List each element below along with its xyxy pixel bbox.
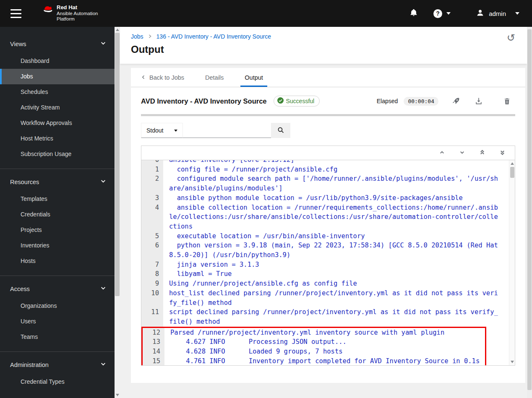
brand-logo[interactable]: Red Hat Ansible Automation Platform: [42, 5, 98, 22]
line-number: 8: [141, 269, 163, 279]
log-row: 6 python version = 3.9.18 (main, Sep 22 …: [141, 241, 515, 260]
sidebar-scrollbar[interactable]: [115, 27, 120, 398]
scrollbar-down-arrow-icon[interactable]: [116, 394, 119, 396]
log-row: 1 config file = /runner/project/ansible.…: [141, 165, 515, 174]
scrollbar-thumb[interactable]: [510, 167, 514, 178]
top-navbar: Red Hat Ansible Automation Platform ? ad…: [0, 0, 532, 27]
relaunch-button[interactable]: [448, 94, 464, 108]
job-output-card: Back to Jobs Details Output AVD Inventor…: [131, 68, 525, 383]
log-row: 15 4.761 INFO Inventory import completed…: [143, 356, 485, 365]
sidebar-item-users[interactable]: Users: [0, 314, 115, 329]
user-icon: [476, 8, 485, 18]
content-area: Back to Jobs Details Output AVD Inventor…: [120, 64, 527, 398]
user-menu-button[interactable]: admin: [470, 5, 525, 22]
sidebar-section: Views DashboardJobsSchedulesActivity Str…: [0, 31, 115, 169]
scrollbar-thumb[interactable]: [527, 29, 532, 390]
redhat-hat-icon: [42, 5, 54, 16]
sidebar-item-credential-types[interactable]: Credential Types: [0, 374, 115, 390]
line-text: 4.628 INFO Loaded 9 groups, 7 hosts: [164, 347, 343, 356]
line-text: ansible collection location = /runner/re…: [163, 203, 500, 232]
sidebar-section-header[interactable]: Resources: [0, 173, 115, 191]
history-icon[interactable]: ↺: [507, 33, 515, 43]
line-number: 11: [141, 307, 163, 326]
elapsed-time-badge: 00:00:04: [404, 97, 438, 106]
line-text: ansible python module location = /usr/li…: [163, 193, 500, 203]
sidebar-item-workflow-approvals[interactable]: Workflow Approvals: [0, 115, 115, 131]
sidebar-item-schedules[interactable]: Schedules: [0, 84, 115, 100]
sidebar-item-inventories[interactable]: Inventories: [0, 238, 115, 253]
sidebar-item-host-metrics[interactable]: Host Metrics: [0, 131, 115, 146]
scroll-to-top-button[interactable]: [472, 146, 492, 160]
search-input[interactable]: [183, 123, 271, 138]
log-row: 14 4.628 INFO Loaded 9 groups, 7 hosts: [143, 347, 485, 356]
sidebar-section-items: TemplatesCredentialsProjectsInventoriesH…: [0, 191, 115, 269]
line-text: 4.627 INFO Processing JSON output...: [164, 337, 347, 347]
angle-right-icon: [148, 33, 152, 40]
chevron-down-icon: [100, 285, 106, 292]
line-number: 3: [141, 193, 163, 203]
download-output-button[interactable]: [470, 94, 487, 108]
sidebar-item-templates[interactable]: Templates: [0, 191, 115, 207]
tab-output[interactable]: Output: [240, 68, 267, 87]
breadcrumb: Jobs 136 - AVD Inventory - AVD Inventory…: [131, 33, 517, 40]
search-icon: [277, 126, 284, 135]
line-text: config file = /runner/project/ansible.cf…: [163, 165, 500, 174]
search-button[interactable]: [271, 123, 290, 138]
double-chevron-up-icon: [479, 149, 485, 157]
output-scrollbar[interactable]: [509, 160, 515, 365]
scroll-next-button[interactable]: [452, 146, 472, 160]
check-circle-icon: [277, 97, 284, 105]
sidebar-section: Resources TemplatesCredentialsProjectsIn…: [0, 169, 115, 276]
tab-details[interactable]: Details: [201, 68, 228, 87]
help-menu-button[interactable]: ?: [428, 6, 456, 21]
sidebar-section-header[interactable]: Views: [0, 35, 115, 53]
chevron-down-icon: [100, 178, 106, 185]
scrollbar-up-arrow-icon[interactable]: [116, 29, 119, 31]
double-chevron-down-icon: [499, 149, 506, 157]
sidebar-section-label: Views: [10, 41, 26, 47]
line-text: host_list declined parsing /runner/proje…: [163, 289, 500, 307]
stdout-filter-select[interactable]: Stdout: [141, 123, 183, 138]
page-title: Output: [131, 44, 517, 55]
sidebar-item-hosts[interactable]: Hosts: [0, 253, 115, 269]
sidebar-section-label: Resources: [10, 179, 39, 185]
output-panel: 0ansible-inventory [core 2.15.12]1 confi…: [141, 146, 515, 366]
line-number: 15: [143, 356, 164, 365]
scrollbar-up-arrow-icon[interactable]: [511, 162, 514, 165]
sidebar-item-teams[interactable]: Teams: [0, 329, 115, 345]
sidebar-section-label: Access: [10, 286, 30, 292]
tab-back-to-jobs[interactable]: Back to Jobs: [137, 68, 188, 87]
sidebar-item-organizations[interactable]: Organizations: [0, 298, 115, 314]
sidebar-section: Administration Credential Types: [0, 351, 115, 396]
line-text: libyaml = True: [163, 269, 500, 279]
job-header-row: AVD Inventory - AVD Inventory Source Suc…: [131, 87, 525, 113]
sidebar-item-jobs[interactable]: Jobs: [0, 69, 115, 84]
sidebar-item-dashboard[interactable]: Dashboard: [0, 53, 115, 69]
line-number: 9: [141, 279, 163, 289]
scroll-previous-button[interactable]: [432, 146, 452, 160]
sidebar-section-header[interactable]: Access: [0, 280, 115, 298]
notifications-button[interactable]: [403, 5, 424, 22]
sidebar-nav: Views DashboardJobsSchedulesActivity Str…: [0, 27, 115, 398]
sidebar-item-activity-stream[interactable]: Activity Stream: [0, 100, 115, 115]
sidebar-item-subscription-usage[interactable]: Subscription Usage: [0, 146, 115, 162]
sidebar-section-header[interactable]: Administration: [0, 356, 115, 374]
sidebar-section: Access OrganizationsUsersTeams: [0, 276, 115, 351]
sidebar-section-items: DashboardJobsSchedulesActivity StreamWor…: [0, 53, 115, 162]
scrollbar-down-arrow-icon[interactable]: [511, 361, 514, 363]
breadcrumb-job-link[interactable]: 136 - AVD Inventory - AVD Inventory Sour…: [156, 33, 271, 40]
page-scrollbar[interactable]: [527, 27, 532, 398]
sidebar-item-projects[interactable]: Projects: [0, 222, 115, 238]
scrollbar-thumb[interactable]: [115, 33, 120, 296]
delete-job-button[interactable]: [499, 95, 515, 108]
line-text: configured module search path = ['/home/…: [163, 174, 500, 193]
caret-down-icon: [515, 12, 519, 15]
caret-down-icon: [446, 12, 451, 15]
line-text: ansible-inventory [core 2.15.12]: [163, 160, 500, 165]
hamburger-menu-icon[interactable]: [7, 4, 25, 23]
line-text: jinja version = 3.1.3: [163, 260, 500, 270]
scroll-to-bottom-button[interactable]: [492, 146, 512, 160]
breadcrumb-jobs-link[interactable]: Jobs: [131, 33, 143, 40]
sidebar-item-credentials[interactable]: Credentials: [0, 207, 115, 222]
line-number: 10: [141, 289, 163, 307]
